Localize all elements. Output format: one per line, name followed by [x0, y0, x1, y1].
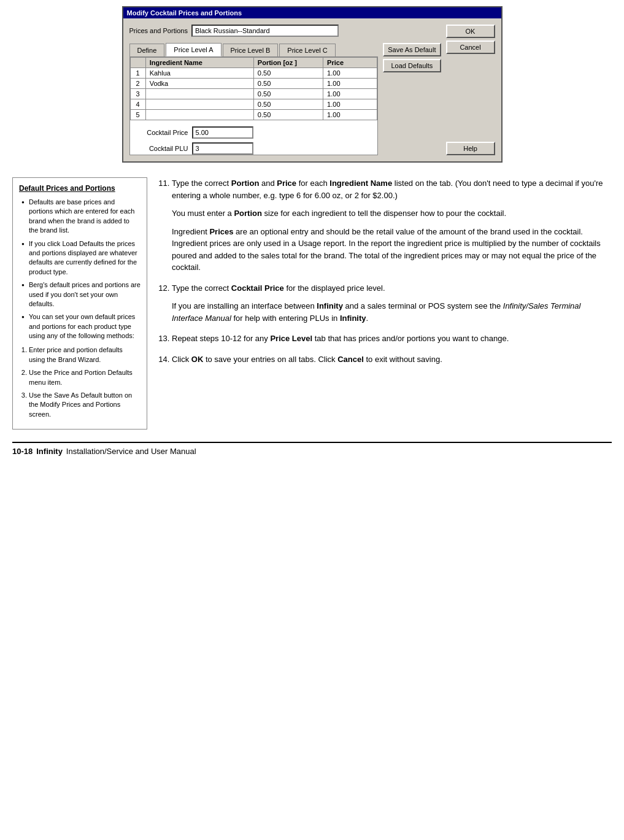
footer-text: Installation/Service and User Manual — [66, 447, 196, 456]
row-num: 3 — [130, 89, 145, 99]
dialog-side-buttons: Save As Default Load Defaults — [383, 43, 441, 72]
cocktail-price-row: Cocktail Price — [130, 126, 378, 139]
row-num: 5 — [130, 110, 145, 120]
dialog-main: Prices and Portions Define — [129, 25, 441, 155]
footer-page-num: 10-18 — [12, 447, 33, 456]
cocktail-price-input[interactable] — [192, 126, 253, 139]
dialog-wrapper: Modify Cocktail Prices and Portions Pric… — [12, 6, 612, 163]
instruction-12: Type the correct Cocktail Price for the … — [172, 282, 612, 325]
cocktail-plu-label: Cocktail PLU — [130, 145, 188, 152]
ingredient-name: Vodka — [145, 79, 253, 89]
sidebar-numbered-list: Enter price and portion defaults using t… — [19, 345, 141, 419]
tab-price-level-c[interactable]: Price Level C — [279, 44, 335, 56]
sidebar-bullet-3: Berg's default prices and portions are u… — [21, 280, 141, 309]
ok-button[interactable]: OK — [446, 25, 495, 38]
col-header-num — [130, 58, 145, 68]
row-num: 1 — [130, 68, 145, 79]
col-header-ingredient: Ingredient Name — [145, 58, 253, 68]
page-footer: 10-18 Infinity Installation/Service and … — [12, 442, 612, 456]
tab-content: Ingredient Name Portion [oz ] Price 1Kah… — [129, 56, 379, 155]
sidebar-list-item-1: Enter price and portion defaults using t… — [29, 345, 141, 364]
ingredient-name: Kahlua — [145, 68, 253, 79]
prices-portions-label: Prices and Portions — [129, 27, 188, 34]
cancel-button[interactable]: Cancel — [446, 40, 495, 54]
price-value: 1.00 — [323, 99, 377, 110]
sidebar-list-item-3: Use the Save As Default button on the Mo… — [29, 391, 141, 419]
tab-area-wrapper: Define Price Level A Price Level B Price… — [129, 43, 441, 155]
save-as-default-button[interactable]: Save As Default — [383, 43, 441, 56]
dialog-titlebar: Modify Cocktail Prices and Portions — [123, 7, 501, 18]
ingredient-name — [145, 110, 253, 120]
price-value: 1.00 — [323, 110, 377, 120]
tab-price-level-a[interactable]: Price Level A — [166, 43, 221, 56]
price-value: 1.00 — [323, 68, 377, 79]
footer-app: Infinity — [36, 447, 63, 456]
sidebar-bullets: Defaults are base prices and portions wh… — [19, 198, 141, 341]
tabs-row: Define Price Level A Price Level B Price… — [129, 43, 379, 56]
col-header-portion: Portion [oz ] — [253, 58, 323, 68]
portion-value: 0.50 — [253, 68, 323, 79]
bottom-fields: Cocktail Price Cocktail PLU — [130, 126, 378, 155]
instruction-14: Click OK to save your entries on all tab… — [172, 353, 612, 366]
prices-portions-row: Prices and Portions — [129, 25, 441, 37]
dialog-action-buttons: OK Cancel Help — [446, 25, 495, 155]
dialog-title: Modify Cocktail Prices and Portions — [127, 9, 242, 17]
instruction-11: Type the correct Portion and Price for e… — [172, 177, 612, 274]
sidebar-bullet-2: If you click Load Defaults the prices an… — [21, 239, 141, 277]
sidebar-list-item-2: Use the Price and Portion Defaults menu … — [29, 368, 141, 387]
page-container: Modify Cocktail Prices and Portions Pric… — [0, 0, 624, 468]
portion-value: 0.50 — [253, 99, 323, 110]
content-area: Default Prices and Portions Defaults are… — [12, 177, 612, 430]
sidebar-box: Default Prices and Portions Defaults are… — [12, 177, 147, 430]
sidebar-bullet-1: Defaults are base prices and portions wh… — [21, 198, 141, 236]
instruction-13: Repeat steps 10-12 for any Price Level t… — [172, 333, 612, 345]
sidebar-box-title: Default Prices and Portions — [19, 184, 141, 193]
portion-value: 0.50 — [253, 89, 323, 99]
price-value: 1.00 — [323, 89, 377, 99]
table-row: 2Vodka0.501.00 — [130, 79, 377, 89]
cocktail-plu-row: Cocktail PLU — [130, 142, 378, 155]
col-header-price: Price — [323, 58, 377, 68]
table-row: 1Kahlua0.501.00 — [130, 68, 377, 79]
portion-value: 0.50 — [253, 110, 323, 120]
tab-section: Define Price Level A Price Level B Price… — [129, 43, 379, 155]
main-content: Type the correct Portion and Price for e… — [160, 177, 612, 430]
ingredient-name — [145, 89, 253, 99]
tab-define[interactable]: Define — [129, 44, 165, 56]
row-num: 4 — [130, 99, 145, 110]
ingredient-table: Ingredient Name Portion [oz ] Price 1Kah… — [130, 57, 378, 120]
table-row: 40.501.00 — [130, 99, 377, 110]
instructions-list: Type the correct Portion and Price for e… — [160, 177, 612, 365]
cocktail-plu-input[interactable] — [192, 142, 253, 155]
dialog-body: Prices and Portions Define — [123, 18, 501, 161]
dialog: Modify Cocktail Prices and Portions Pric… — [122, 6, 503, 163]
tab-price-level-b[interactable]: Price Level B — [223, 44, 279, 56]
table-row: 30.501.00 — [130, 89, 377, 99]
portion-value: 0.50 — [253, 79, 323, 89]
load-defaults-button[interactable]: Load Defaults — [383, 59, 441, 72]
prices-portions-input[interactable] — [191, 25, 339, 37]
table-row: 50.501.00 — [130, 110, 377, 120]
ingredient-name — [145, 99, 253, 110]
cocktail-price-label: Cocktail Price — [130, 129, 188, 136]
sidebar-bullet-4: You can set your own default prices and … — [21, 312, 141, 341]
price-value: 1.00 — [323, 79, 377, 89]
help-button[interactable]: Help — [446, 142, 495, 155]
row-num: 2 — [130, 79, 145, 89]
